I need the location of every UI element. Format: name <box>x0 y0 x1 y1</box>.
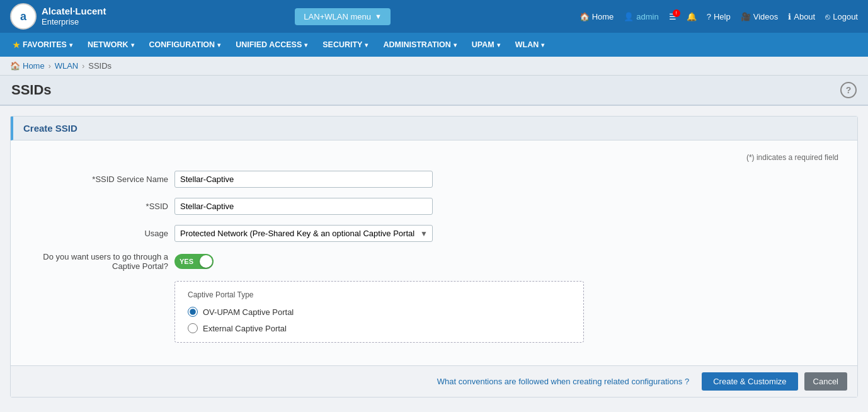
usage-select[interactable]: Protected Network (Pre-Shared Key & an o… <box>174 225 433 242</box>
card-body: (*) indicates a required field *SSID Ser… <box>11 140 857 365</box>
nav-favorites[interactable]: ★ FAVORITES ▾ <box>5 33 80 57</box>
ssid-input[interactable] <box>174 198 433 215</box>
help-circle-icon[interactable]: ? <box>840 82 857 98</box>
captive-portal-toggle-row: Do you want users to go through a Captiv… <box>30 252 838 271</box>
admin-link[interactable]: 👤 admin <box>624 12 658 21</box>
home-icon: 🏠 <box>10 61 20 71</box>
chevron-down-icon: ▾ <box>131 42 134 49</box>
logo-icon: a <box>10 3 37 30</box>
card-header: Create SSID <box>11 117 857 140</box>
chevron-down-icon: ▾ <box>217 42 220 49</box>
usage-row: Usage Protected Network (Pre-Shared Key … <box>30 225 838 242</box>
radio-external-row: External Captive Portal <box>188 323 571 333</box>
chevron-down-icon: ▾ <box>541 42 544 49</box>
captive-portal-label: Do you want users to go through a Captiv… <box>30 252 168 271</box>
chevron-down-icon: ▾ <box>365 42 368 49</box>
about-link[interactable]: ℹ About <box>788 12 815 21</box>
nav-bar: ★ FAVORITES ▾ NETWORK ▾ CONFIGURATION ▾ … <box>0 33 868 57</box>
question-icon: ? <box>707 12 711 21</box>
main-content: Create SSID (*) indicates a required fie… <box>0 106 868 408</box>
logo-text: Alcatel·Lucent Enterprise <box>42 6 106 27</box>
info-icon: ℹ <box>788 12 791 21</box>
radio-ovupam-row: OV-UPAM Captive Portal <box>188 307 571 317</box>
toggle-knob <box>200 255 212 268</box>
notifications-link[interactable]: ☰ ! <box>669 12 677 21</box>
star-icon: ★ <box>13 40 20 50</box>
bell-link[interactable]: 🔔 <box>687 12 697 21</box>
lan-wlan-arrow-icon: ▼ <box>375 13 382 20</box>
nav-upam[interactable]: UPAM ▾ <box>464 33 508 57</box>
brand-name: Alcatel·Lucent <box>42 6 106 17</box>
card-footer: What conventions are followed when creat… <box>11 365 857 397</box>
logo-area: a Alcatel·Lucent Enterprise <box>10 3 106 30</box>
chevron-down-icon: ▾ <box>497 42 500 49</box>
breadcrumb: 🏠 Home › WLAN › SSIDs <box>0 57 868 76</box>
top-bar: a Alcatel·Lucent Enterprise LAN+WLAN men… <box>0 0 868 33</box>
create-customize-button[interactable]: Create & Customize <box>702 372 797 391</box>
videos-link[interactable]: 🎥 Videos <box>741 12 779 21</box>
radio-ovupam-label[interactable]: OV-UPAM Captive Portal <box>203 307 294 317</box>
nav-administration[interactable]: ADMINISTRATION ▾ <box>375 33 464 57</box>
home-icon: 🏠 <box>580 12 590 21</box>
nav-network[interactable]: NETWORK ▾ <box>80 33 142 57</box>
breadcrumb-home[interactable]: 🏠 Home <box>10 61 45 71</box>
nav-security[interactable]: SECURITY ▾ <box>315 33 375 57</box>
breadcrumb-wlan[interactable]: WLAN <box>55 61 79 71</box>
nav-configuration[interactable]: CONFIGURATION ▾ <box>142 33 229 57</box>
radio-ovupam[interactable] <box>188 307 198 317</box>
page-title-bar: SSIDs ? <box>0 76 868 106</box>
logout-link[interactable]: ⎋ Logout <box>825 12 858 21</box>
nav-wlan[interactable]: WLAN ▾ <box>508 33 552 57</box>
ssid-service-name-row: *SSID Service Name <box>30 171 838 188</box>
yes-no-toggle[interactable]: YES <box>174 254 214 269</box>
home-link[interactable]: 🏠 Home <box>580 12 614 21</box>
brand-subtitle: Enterprise <box>42 17 106 27</box>
radio-external[interactable] <box>188 323 198 333</box>
ssid-row: *SSID <box>30 198 838 215</box>
admin-icon: 👤 <box>624 12 634 21</box>
usage-select-wrapper: Protected Network (Pre-Shared Key & an o… <box>174 225 433 242</box>
captive-portal-type-title: Captive Portal Type <box>188 290 571 299</box>
video-icon: 🎥 <box>741 12 751 21</box>
page-title: SSIDs <box>11 82 52 98</box>
usage-label: Usage <box>30 229 168 238</box>
breadcrumb-current: SSIDs <box>88 61 111 71</box>
chevron-down-icon: ▾ <box>69 42 72 49</box>
help-link[interactable]: ? Help <box>707 12 731 21</box>
top-actions: 🏠 Home 👤 admin ☰ ! 🔔 ? Help 🎥 Videos ℹ A… <box>580 12 858 21</box>
ssid-service-name-input[interactable] <box>174 171 433 188</box>
create-ssid-card: Create SSID (*) indicates a required fie… <box>10 116 858 398</box>
chevron-down-icon: ▾ <box>454 42 457 49</box>
cancel-button[interactable]: Cancel <box>804 372 847 391</box>
ssid-label: *SSID <box>30 202 168 211</box>
breadcrumb-sep2: › <box>82 62 84 71</box>
breadcrumb-sep1: › <box>49 62 51 71</box>
radio-external-label[interactable]: External Captive Portal <box>203 324 287 333</box>
lan-wlan-button[interactable]: LAN+WLAN menu ▼ <box>295 8 390 25</box>
toggle-label: YES <box>180 258 193 265</box>
bell-icon: 🔔 <box>687 12 697 21</box>
ssid-service-name-label: *SSID Service Name <box>30 175 168 184</box>
logout-icon: ⎋ <box>825 12 830 21</box>
required-note: (*) indicates a required field <box>30 153 838 162</box>
captive-portal-type-box: Captive Portal Type OV-UPAM Captive Port… <box>174 281 584 343</box>
notifications-icon: ☰ ! <box>669 12 677 21</box>
lan-wlan-label: LAN+WLAN menu <box>304 12 371 21</box>
chevron-down-icon: ▾ <box>304 42 307 49</box>
notif-badge: ! <box>673 9 680 17</box>
nav-unified-access[interactable]: UNIFIED ACCESS ▾ <box>228 33 315 57</box>
conventions-link[interactable]: What conventions are followed when creat… <box>437 377 689 386</box>
captive-portal-toggle[interactable]: YES <box>174 254 214 269</box>
